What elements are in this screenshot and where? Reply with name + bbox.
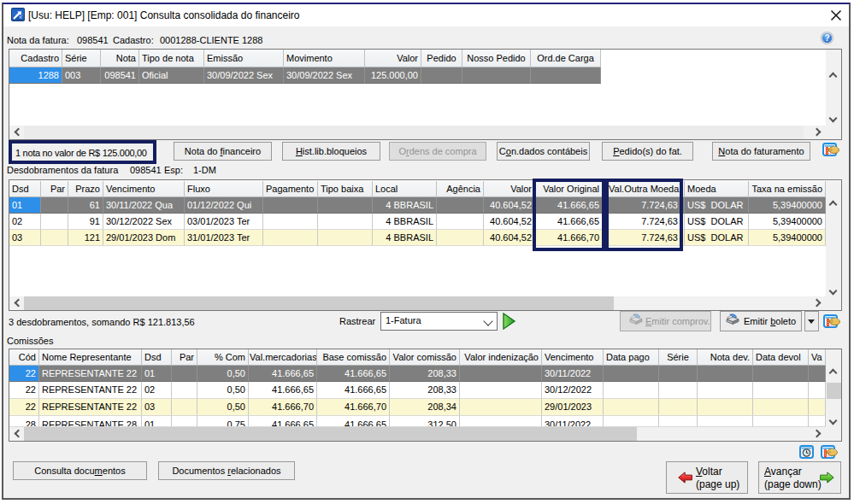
svg-text:?: ? <box>824 33 829 43</box>
